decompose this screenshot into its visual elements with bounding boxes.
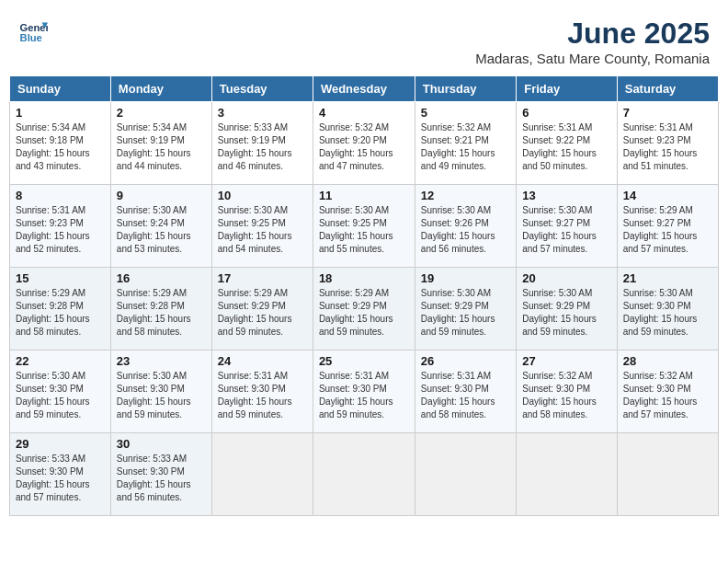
day-info: Sunrise: 5:33 AM Sunset: 9:30 PM Dayligh…	[16, 453, 105, 504]
day-number: 3	[218, 106, 307, 120]
day-info: Sunrise: 5:30 AM Sunset: 9:30 PM Dayligh…	[16, 370, 105, 421]
day-number: 24	[218, 354, 307, 368]
day-number: 7	[623, 106, 712, 120]
calendar-table: Sunday Monday Tuesday Wednesday Thursday…	[9, 75, 719, 516]
day-number: 21	[623, 271, 712, 285]
table-cell: 26 Sunrise: 5:31 AM Sunset: 9:30 PM Dayl…	[415, 350, 516, 433]
table-cell: 20 Sunrise: 5:30 AM Sunset: 9:29 PM Dayl…	[517, 268, 618, 350]
table-cell: 17 Sunrise: 5:29 AM Sunset: 9:29 PM Dayl…	[211, 268, 313, 350]
day-info: Sunrise: 5:30 AM Sunset: 9:30 PM Dayligh…	[623, 287, 712, 339]
table-cell: 8 Sunrise: 5:31 AM Sunset: 9:23 PM Dayli…	[10, 185, 111, 268]
table-cell: 30 Sunrise: 5:33 AM Sunset: 9:30 PM Dayl…	[110, 433, 211, 516]
table-cell: 27 Sunrise: 5:32 AM Sunset: 9:30 PM Dayl…	[517, 350, 618, 433]
day-number: 22	[16, 354, 105, 368]
day-number: 18	[319, 271, 409, 285]
day-info: Sunrise: 5:33 AM Sunset: 9:30 PM Dayligh…	[117, 453, 206, 504]
table-cell: 11 Sunrise: 5:30 AM Sunset: 9:25 PM Dayl…	[313, 185, 415, 268]
table-cell: 21 Sunrise: 5:30 AM Sunset: 9:30 PM Dayl…	[617, 268, 718, 350]
day-number: 4	[319, 106, 409, 120]
day-number: 10	[218, 189, 307, 202]
table-cell	[517, 433, 618, 516]
day-info: Sunrise: 5:33 AM Sunset: 9:19 PM Dayligh…	[218, 121, 307, 173]
col-wednesday: Wednesday	[313, 76, 415, 102]
calendar-row: 15 Sunrise: 5:29 AM Sunset: 9:28 PM Dayl…	[10, 268, 719, 350]
table-cell: 2 Sunrise: 5:34 AM Sunset: 9:19 PM Dayli…	[110, 102, 211, 185]
table-cell	[617, 433, 718, 516]
table-cell: 23 Sunrise: 5:30 AM Sunset: 9:30 PM Dayl…	[110, 350, 211, 433]
day-number: 15	[16, 271, 105, 285]
col-sunday: Sunday	[10, 76, 111, 102]
day-info: Sunrise: 5:31 AM Sunset: 9:30 PM Dayligh…	[319, 370, 409, 421]
col-thursday: Thursday	[415, 76, 516, 102]
day-number: 20	[522, 271, 611, 285]
table-cell: 29 Sunrise: 5:33 AM Sunset: 9:30 PM Dayl…	[10, 433, 111, 516]
day-info: Sunrise: 5:29 AM Sunset: 9:29 PM Dayligh…	[218, 287, 307, 339]
location-title: Madaras, Satu Mare County, Romania	[475, 51, 710, 66]
table-cell: 28 Sunrise: 5:32 AM Sunset: 9:30 PM Dayl…	[617, 350, 718, 433]
day-number: 5	[421, 106, 510, 120]
col-monday: Monday	[110, 76, 211, 102]
day-number: 13	[522, 189, 611, 202]
day-info: Sunrise: 5:29 AM Sunset: 9:28 PM Dayligh…	[16, 287, 105, 339]
day-info: Sunrise: 5:32 AM Sunset: 9:30 PM Dayligh…	[623, 370, 712, 421]
table-cell: 4 Sunrise: 5:32 AM Sunset: 9:20 PM Dayli…	[313, 102, 415, 185]
day-info: Sunrise: 5:31 AM Sunset: 9:30 PM Dayligh…	[218, 370, 307, 421]
table-cell: 14 Sunrise: 5:29 AM Sunset: 9:27 PM Dayl…	[617, 185, 718, 268]
col-tuesday: Tuesday	[211, 76, 313, 102]
day-number: 9	[117, 189, 206, 202]
day-number: 19	[421, 271, 510, 285]
day-info: Sunrise: 5:30 AM Sunset: 9:29 PM Dayligh…	[522, 287, 611, 339]
day-info: Sunrise: 5:31 AM Sunset: 9:22 PM Dayligh…	[522, 121, 611, 173]
calendar-row: 1 Sunrise: 5:34 AM Sunset: 9:18 PM Dayli…	[10, 102, 719, 185]
day-info: Sunrise: 5:31 AM Sunset: 9:23 PM Dayligh…	[623, 121, 712, 173]
col-saturday: Saturday	[617, 76, 718, 102]
day-info: Sunrise: 5:30 AM Sunset: 9:29 PM Dayligh…	[421, 287, 510, 339]
day-number: 1	[16, 106, 105, 120]
day-info: Sunrise: 5:34 AM Sunset: 9:19 PM Dayligh…	[117, 121, 206, 173]
table-cell: 10 Sunrise: 5:30 AM Sunset: 9:25 PM Dayl…	[211, 185, 313, 268]
calendar-row: 29 Sunrise: 5:33 AM Sunset: 9:30 PM Dayl…	[10, 433, 719, 516]
day-number: 26	[421, 354, 510, 368]
day-number: 23	[117, 354, 206, 368]
day-number: 25	[319, 354, 409, 368]
day-number: 14	[623, 189, 712, 202]
day-info: Sunrise: 5:30 AM Sunset: 9:26 PM Dayligh…	[421, 204, 510, 256]
day-number: 29	[16, 437, 105, 451]
day-number: 28	[623, 354, 712, 368]
table-cell: 12 Sunrise: 5:30 AM Sunset: 9:26 PM Dayl…	[415, 185, 516, 268]
table-cell: 7 Sunrise: 5:31 AM Sunset: 9:23 PM Dayli…	[617, 102, 718, 185]
day-info: Sunrise: 5:32 AM Sunset: 9:20 PM Dayligh…	[319, 121, 409, 173]
day-info: Sunrise: 5:30 AM Sunset: 9:25 PM Dayligh…	[319, 204, 409, 256]
table-cell: 22 Sunrise: 5:30 AM Sunset: 9:30 PM Dayl…	[10, 350, 111, 433]
day-number: 8	[16, 189, 105, 202]
day-info: Sunrise: 5:32 AM Sunset: 9:21 PM Dayligh…	[421, 121, 510, 173]
day-number: 6	[522, 106, 611, 120]
calendar-row: 22 Sunrise: 5:30 AM Sunset: 9:30 PM Dayl…	[10, 350, 719, 433]
day-info: Sunrise: 5:29 AM Sunset: 9:27 PM Dayligh…	[623, 204, 712, 256]
table-cell	[415, 433, 516, 516]
calendar-row: 8 Sunrise: 5:31 AM Sunset: 9:23 PM Dayli…	[10, 185, 719, 268]
calendar-header-row: Sunday Monday Tuesday Wednesday Thursday…	[10, 76, 719, 102]
table-cell: 13 Sunrise: 5:30 AM Sunset: 9:27 PM Dayl…	[517, 185, 618, 268]
day-number: 12	[421, 189, 510, 202]
col-friday: Friday	[517, 76, 618, 102]
day-info: Sunrise: 5:34 AM Sunset: 9:18 PM Dayligh…	[16, 121, 105, 173]
table-cell	[313, 433, 415, 516]
day-info: Sunrise: 5:30 AM Sunset: 9:24 PM Dayligh…	[117, 204, 206, 256]
table-cell	[211, 433, 313, 516]
day-info: Sunrise: 5:29 AM Sunset: 9:28 PM Dayligh…	[117, 287, 206, 339]
month-title: June 2025	[475, 17, 710, 51]
table-cell: 15 Sunrise: 5:29 AM Sunset: 9:28 PM Dayl…	[10, 268, 111, 350]
day-info: Sunrise: 5:30 AM Sunset: 9:30 PM Dayligh…	[117, 370, 206, 421]
day-number: 11	[319, 189, 409, 202]
logo-icon: General Blue	[18, 17, 48, 46]
table-cell: 19 Sunrise: 5:30 AM Sunset: 9:29 PM Dayl…	[415, 268, 516, 350]
day-info: Sunrise: 5:31 AM Sunset: 9:30 PM Dayligh…	[421, 370, 510, 421]
table-cell: 3 Sunrise: 5:33 AM Sunset: 9:19 PM Dayli…	[211, 102, 313, 185]
table-cell: 25 Sunrise: 5:31 AM Sunset: 9:30 PM Dayl…	[313, 350, 415, 433]
day-info: Sunrise: 5:31 AM Sunset: 9:23 PM Dayligh…	[16, 204, 105, 256]
table-cell: 24 Sunrise: 5:31 AM Sunset: 9:30 PM Dayl…	[211, 350, 313, 433]
table-cell: 16 Sunrise: 5:29 AM Sunset: 9:28 PM Dayl…	[110, 268, 211, 350]
day-number: 16	[117, 271, 206, 285]
table-cell: 18 Sunrise: 5:29 AM Sunset: 9:29 PM Dayl…	[313, 268, 415, 350]
